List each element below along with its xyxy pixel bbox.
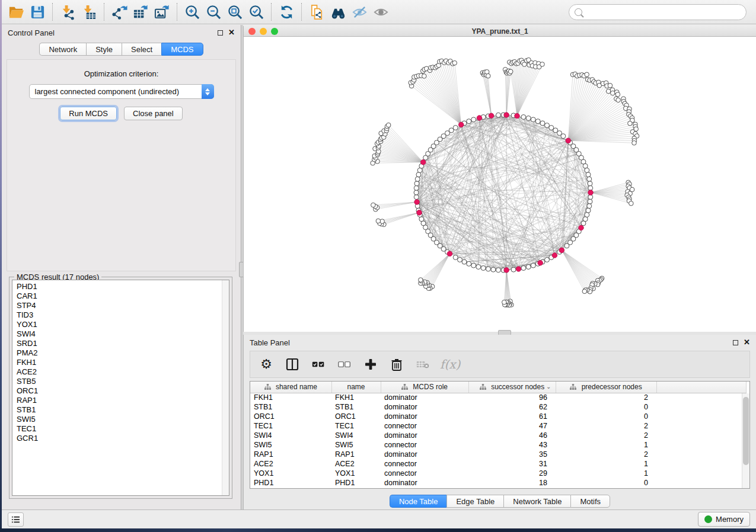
float-table-panel-icon[interactable]: [733, 340, 738, 345]
zoom-fit-button[interactable]: [224, 2, 245, 22]
hide-button[interactable]: [349, 2, 370, 22]
open-file-button[interactable]: [5, 2, 27, 22]
minimize-window-icon[interactable]: [260, 28, 267, 35]
list-item[interactable]: PMA2: [17, 348, 229, 358]
save-session-button[interactable]: [27, 2, 48, 22]
list-item[interactable]: PHD1: [17, 282, 229, 291]
export-table-button[interactable]: [130, 2, 151, 22]
memory-button[interactable]: Memory: [698, 512, 750, 527]
list-item[interactable]: RAP1: [17, 396, 229, 405]
export-network-icon: [111, 4, 127, 20]
close-panel-icon[interactable]: ✕: [228, 30, 235, 36]
import-table-button[interactable]: [78, 2, 100, 22]
list-item[interactable]: STB1: [17, 405, 229, 415]
column-header-predecessor-nodes[interactable]: predecessor nodes: [556, 382, 656, 393]
clone-network-icon: [309, 4, 325, 20]
list-item[interactable]: TID3: [17, 310, 229, 320]
list-item[interactable]: ORC1: [17, 386, 229, 396]
table-settings-button[interactable]: ⚙: [257, 355, 275, 373]
table-row[interactable]: TEC1TEC1connector472: [250, 421, 746, 431]
deselect-all-button[interactable]: [336, 355, 353, 373]
column-header-name[interactable]: name: [331, 382, 381, 393]
table-row[interactable]: SWI4SWI4dominator462: [250, 431, 746, 440]
tab-network-table[interactable]: Network Table: [503, 495, 570, 508]
close-window-icon[interactable]: [248, 28, 256, 35]
table-row[interactable]: FKH1FKH1dominator962: [250, 393, 746, 402]
refresh-icon: [279, 4, 295, 20]
result-list-scrollbar[interactable]: [222, 280, 229, 495]
maximize-window-icon[interactable]: [271, 28, 278, 35]
task-history-button[interactable]: [8, 512, 24, 527]
search-field[interactable]: [569, 4, 747, 20]
tab-node-table[interactable]: Node Table: [390, 495, 447, 508]
table-row[interactable]: ORC1ORC1dominator610: [250, 412, 746, 421]
column-header-shared-name[interactable]: shared name: [250, 382, 331, 393]
network-titlebar[interactable]: YPA_prune.txt_1: [244, 26, 756, 37]
list-item[interactable]: TEC1: [17, 424, 229, 434]
select-all-button[interactable]: [310, 355, 327, 373]
list-item[interactable]: STP4: [17, 301, 229, 310]
tab-edge-table[interactable]: Edge Table: [446, 495, 503, 508]
binoculars-icon: [330, 4, 346, 20]
run-mcds-button[interactable]: Run MCDS: [60, 107, 117, 120]
tab-mcds[interactable]: MCDS: [161, 43, 203, 56]
network-canvas[interactable]: [244, 37, 756, 332]
export-network-button[interactable]: [109, 2, 130, 22]
desktop-edge-bottom: [0, 528, 756, 532]
delete-column-button[interactable]: [388, 355, 406, 373]
delete-table-button[interactable]: [414, 355, 432, 373]
zoom-in-button[interactable]: [181, 2, 203, 22]
table-row[interactable]: ACE2ACE2connector311: [250, 459, 746, 469]
table-scrollbar[interactable]: [742, 393, 749, 488]
export-table-icon: [133, 4, 149, 20]
clone-network-button[interactable]: [306, 2, 327, 22]
import-network-icon: [60, 4, 76, 20]
tab-motifs[interactable]: Motifs: [570, 495, 610, 508]
tab-network[interactable]: Network: [39, 43, 86, 56]
mcds-result-group: MCDS result (17 nodes) PHD1CAR1STP4TID3Y…: [9, 277, 232, 499]
find-button[interactable]: [327, 2, 349, 22]
refresh-button[interactable]: [276, 2, 297, 22]
close-panel-button[interactable]: Close panel: [124, 107, 183, 120]
criterion-dropdown[interactable]: largest connected component (undirected): [29, 84, 214, 99]
list-item[interactable]: YOX1: [17, 320, 229, 329]
mcds-result-list[interactable]: PHD1CAR1STP4TID3YOX1SWI4SRD1PMA2FKH1ACE2…: [12, 280, 229, 496]
zoom-selected-button[interactable]: [245, 2, 267, 22]
function-builder-button[interactable]: f(x): [440, 355, 460, 373]
list-item[interactable]: FKH1: [17, 358, 229, 367]
table-row[interactable]: SWI5SWI5connector431: [250, 440, 746, 450]
list-item[interactable]: ACE2: [17, 367, 229, 377]
unchecked-boxes-icon: [338, 358, 351, 371]
sort-chevron-icon[interactable]: ⌄: [546, 383, 551, 390]
column-header-successor-nodes[interactable]: successor nodes ⌄: [468, 382, 556, 393]
import-network-button[interactable]: [57, 2, 78, 22]
column-header-mcds-role[interactable]: MCDS role: [381, 382, 468, 393]
table-row[interactable]: STB1STB1dominator620: [250, 402, 746, 412]
zoom-out-button[interactable]: [203, 2, 224, 22]
table-row[interactable]: YOX1YOX1connector291: [250, 469, 746, 478]
table-row[interactable]: PHD1PHD1dominator180: [250, 478, 746, 488]
memory-status-icon: [704, 515, 712, 523]
table-row[interactable]: RAP1RAP1dominator352: [250, 450, 746, 459]
export-image-button[interactable]: [151, 2, 173, 22]
list-item[interactable]: SWI4: [17, 329, 229, 339]
main-toolbar: [2, 0, 756, 24]
show-columns-button[interactable]: [283, 355, 301, 373]
network-graph: [244, 37, 756, 332]
list-item[interactable]: SRD1: [17, 339, 229, 348]
table-panel-title: Table Panel: [250, 338, 290, 347]
add-column-button[interactable]: [362, 355, 379, 373]
table-scrollbar-thumb[interactable]: [743, 397, 749, 465]
list-item[interactable]: SWI5: [17, 415, 229, 424]
tab-style[interactable]: Style: [86, 43, 122, 56]
tab-select[interactable]: Select: [122, 43, 161, 56]
float-panel-icon[interactable]: [218, 30, 223, 36]
list-item[interactable]: CAR1: [17, 291, 229, 301]
list-item[interactable]: GCR1: [17, 434, 229, 443]
list-item[interactable]: STB5: [17, 377, 229, 386]
search-input[interactable]: [586, 7, 741, 17]
criterion-value: largest connected component (undirected): [30, 87, 202, 96]
app-window: Control Panel ✕ Network Style Select MCD…: [2, 0, 756, 528]
show-button[interactable]: [370, 2, 391, 22]
close-table-panel-icon[interactable]: ✕: [744, 339, 750, 345]
